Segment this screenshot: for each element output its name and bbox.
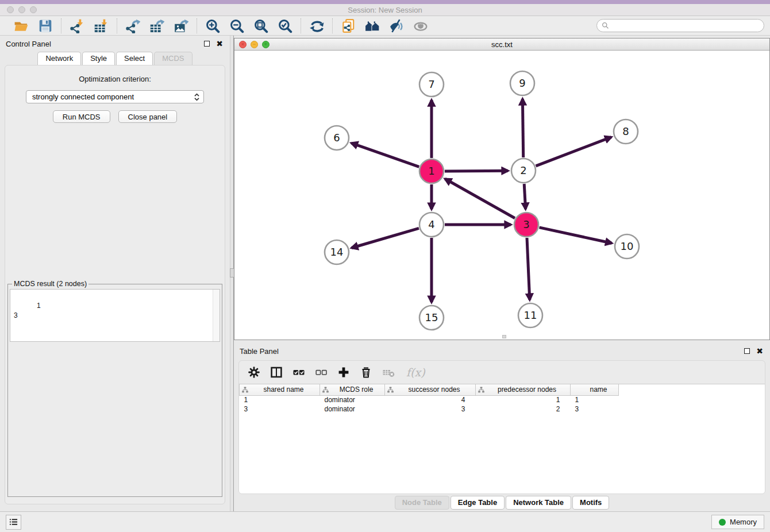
edge-3-10[interactable] [540, 228, 612, 243]
cell-successor-nodes[interactable]: 3 [385, 404, 476, 414]
graph-node-9[interactable]: 9 [510, 71, 534, 95]
graph-node-1[interactable]: 1 [419, 159, 444, 183]
search-box[interactable] [596, 19, 764, 32]
zoom-view-button[interactable]: + [262, 41, 270, 48]
tab-style[interactable]: Style [82, 52, 115, 65]
table-tab-node-table[interactable]: Node Table [395, 496, 449, 510]
table-row[interactable]: 3dominator323 [240, 404, 619, 414]
cell-name[interactable]: 3 [571, 404, 619, 414]
show-panels-button[interactable] [6, 515, 21, 530]
edge-3-11[interactable] [527, 238, 530, 300]
save-session-icon[interactable] [37, 18, 53, 34]
edge-2-3[interactable] [524, 184, 525, 209]
table-toolbar: f(x) [239, 361, 765, 384]
zoom-window-button[interactable] [30, 6, 37, 13]
column-header-successor-nodes[interactable]: successor nodes [385, 384, 476, 395]
panel-divider[interactable] [230, 36, 234, 511]
split-pane-icon[interactable] [270, 365, 283, 379]
edge-1-2[interactable] [445, 171, 508, 171]
cell-shared-name[interactable]: 1 [240, 395, 320, 404]
edge-3-1[interactable] [445, 179, 515, 218]
graph-node-11[interactable]: 11 [518, 303, 542, 327]
column-header-shared-name[interactable]: shared name [240, 384, 320, 395]
cell-MCDS-role[interactable]: dominator [320, 395, 385, 404]
graph-node-3[interactable]: 3 [514, 213, 538, 237]
node-table-container[interactable]: shared nameMCDS rolesuccessor nodesprede… [239, 384, 765, 494]
criterion-select[interactable]: strongly connected component [26, 90, 204, 103]
run-mcds-button[interactable]: Run MCDS [53, 110, 110, 123]
result-scrollbar[interactable] [213, 290, 220, 341]
table-tab-network-table[interactable]: Network Table [506, 496, 571, 510]
edge-1-6[interactable] [352, 143, 419, 167]
graph-node-15[interactable]: 15 [419, 306, 444, 330]
table-tab-edge-table[interactable]: Edge Table [451, 496, 505, 510]
edge-2-8[interactable] [536, 137, 611, 166]
tab-mcds[interactable]: MCDS [154, 52, 192, 65]
tab-select[interactable]: Select [116, 52, 153, 65]
column-header-predecessor-nodes[interactable]: predecessor nodes [476, 384, 571, 395]
minimize-view-button[interactable]: − [251, 41, 258, 48]
float-panel-button[interactable] [202, 39, 211, 48]
gear-icon[interactable] [247, 365, 261, 379]
graph-node-8[interactable]: 8 [614, 119, 638, 144]
graph-node-6[interactable]: 6 [325, 126, 349, 150]
node-table[interactable]: shared nameMCDS rolesuccessor nodesprede… [239, 384, 619, 414]
graph-node-10[interactable]: 10 [615, 234, 639, 259]
graph-node-7[interactable]: 7 [419, 72, 444, 97]
column-header-MCDS-role[interactable]: MCDS role [320, 384, 385, 395]
network-graph-canvas[interactable]: 7968124314101511 [234, 51, 769, 340]
minimize-window-button[interactable] [18, 6, 25, 13]
mcds-result-list[interactable]: 1 3 [10, 289, 220, 342]
float-table-panel-button[interactable] [742, 346, 752, 356]
column-header-name[interactable]: name [571, 384, 619, 395]
status-bar: Memory [0, 511, 770, 532]
export-table-icon[interactable] [149, 18, 165, 34]
close-table-panel-button[interactable]: ✖ [755, 346, 764, 356]
export-image-icon[interactable] [173, 18, 189, 34]
svg-text:1: 1 [428, 165, 434, 177]
table-row[interactable]: 1dominator411 [240, 395, 619, 404]
edge-2-9[interactable] [522, 99, 523, 157]
cell-MCDS-role[interactable]: dominator [320, 404, 385, 414]
traffic-lights-inactive[interactable] [7, 6, 37, 13]
cell-name[interactable]: 1 [571, 395, 619, 404]
cell-successor-nodes[interactable]: 4 [385, 395, 476, 404]
deselect-all-icon[interactable] [314, 365, 328, 379]
network-window-titlebar[interactable]: ×−+ scc.txt [234, 38, 769, 51]
import-network-icon[interactable] [69, 18, 85, 34]
zoom-fit-icon[interactable] [253, 18, 269, 34]
graph-node-14[interactable]: 14 [325, 240, 349, 264]
import-table-icon[interactable] [93, 18, 109, 34]
memory-label: Memory [730, 518, 757, 526]
graph-node-2[interactable]: 2 [511, 159, 536, 183]
show-annotations-icon[interactable] [413, 18, 429, 34]
cell-predecessor-nodes[interactable]: 2 [476, 404, 571, 414]
memory-button[interactable]: Memory [711, 515, 764, 529]
delete-table-icon[interactable] [382, 365, 395, 379]
close-view-button[interactable]: × [239, 41, 247, 48]
open-folder-icon[interactable] [13, 18, 29, 34]
zoom-selected-icon[interactable] [277, 18, 293, 34]
hide-graphics-details-icon[interactable] [388, 18, 405, 34]
close-mcds-panel-button[interactable]: Close panel [118, 110, 178, 123]
cell-shared-name[interactable]: 3 [240, 404, 320, 414]
delete-column-icon[interactable] [359, 365, 373, 379]
table-tab-motifs[interactable]: Motifs [572, 496, 609, 510]
edge-4-14[interactable] [352, 228, 419, 248]
search-input[interactable] [612, 22, 759, 30]
function-builder-icon: f(x) [406, 366, 425, 379]
graph-node-4[interactable]: 4 [419, 213, 444, 237]
network-resize-grip[interactable] [502, 335, 506, 338]
close-window-button[interactable] [7, 6, 14, 13]
close-panel-button[interactable]: ✖ [215, 39, 224, 48]
cell-predecessor-nodes[interactable]: 1 [476, 395, 571, 404]
select-all-icon[interactable] [292, 365, 306, 379]
apply-layout-icon[interactable] [309, 18, 325, 34]
first-neighbors-icon[interactable] [364, 18, 380, 34]
add-column-icon[interactable] [337, 365, 351, 379]
zoom-in-icon[interactable] [205, 18, 221, 34]
clone-network-icon[interactable] [340, 18, 356, 34]
export-network-icon[interactable] [125, 18, 141, 34]
tab-network[interactable]: Network [37, 52, 81, 65]
zoom-out-icon[interactable] [229, 18, 245, 34]
